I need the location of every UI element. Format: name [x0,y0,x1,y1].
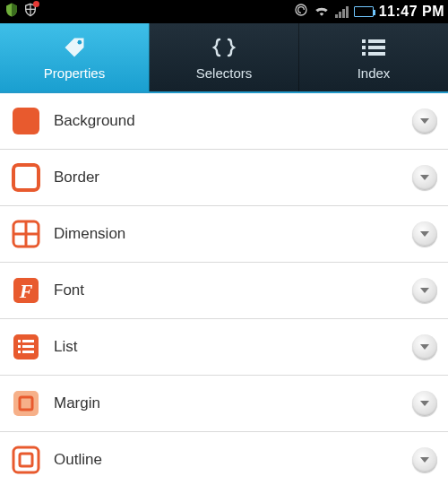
svg-rect-21 [22,345,34,348]
svg-rect-22 [18,351,21,353]
list-item-label: Margin [54,394,400,412]
svg-text:F: F [19,280,33,302]
tab-label: Selectors [196,65,253,81]
svg-rect-9 [368,52,385,56]
tab-selectors[interactable]: Selectors [150,23,299,91]
property-list: Background Border Dimension F Font [0,93,448,485]
shield-icon [23,3,38,21]
svg-rect-6 [362,46,366,49]
svg-rect-8 [362,52,366,56]
svg-rect-26 [13,447,39,472]
list-item-label: Dimension [54,225,400,243]
list-item-dimension[interactable]: Dimension [0,206,448,263]
status-bar: 11:47 PM [0,0,448,23]
list-item-label: Outline [54,451,400,469]
expand-button[interactable] [412,278,437,303]
notification-dot [33,1,39,7]
border-icon [11,162,41,193]
clock: 11:47 PM [379,4,444,20]
list-item-outline[interactable]: Outline [0,432,448,485]
svg-rect-19 [22,340,34,342]
expand-button[interactable] [412,447,437,472]
svg-point-2 [296,4,306,15]
svg-rect-23 [22,351,34,353]
tag-icon [62,35,87,60]
braces-icon [211,35,237,60]
expand-button[interactable] [412,334,437,359]
expand-button[interactable] [412,165,437,190]
font-icon: F [11,275,41,306]
lookout-icon [4,2,20,22]
list-item-margin[interactable]: Margin [0,376,448,432]
list-item-list[interactable]: List [0,319,448,376]
list-item-label: Font [54,281,400,299]
margin-icon [11,388,41,419]
expand-button[interactable] [412,221,437,247]
svg-rect-18 [18,340,21,342]
svg-rect-27 [20,454,32,466]
svg-point-3 [78,39,82,44]
tab-label: Index [358,65,391,81]
svg-rect-11 [13,165,39,190]
list-item-label: Border [54,169,400,186]
svg-rect-10 [13,108,39,134]
expand-button[interactable] [412,108,437,134]
tab-index[interactable]: Index [299,23,448,91]
svg-rect-20 [18,345,21,348]
list-item-label: List [54,338,400,356]
tab-bar: Properties Selectors Index [0,23,448,93]
tab-properties[interactable]: Properties [0,23,150,91]
list-item-background[interactable]: Background [0,93,448,150]
expand-button[interactable] [412,391,437,416]
svg-rect-7 [368,46,385,49]
dimension-icon [11,219,41,249]
background-icon [11,106,41,136]
list-item-font[interactable]: F Font [0,263,448,319]
list-icon [362,35,385,60]
list-item-label: Background [54,112,400,130]
signal-icon [335,5,349,18]
outline-icon [11,445,41,475]
tab-label: Properties [44,65,105,81]
svg-rect-24 [13,391,39,416]
list-item-border[interactable]: Border [0,150,448,206]
svg-rect-4 [362,39,366,43]
wifi-icon [314,4,330,20]
sync-icon [294,3,308,21]
list-prop-icon [11,332,41,362]
svg-rect-5 [368,39,385,43]
battery-icon [354,6,374,17]
